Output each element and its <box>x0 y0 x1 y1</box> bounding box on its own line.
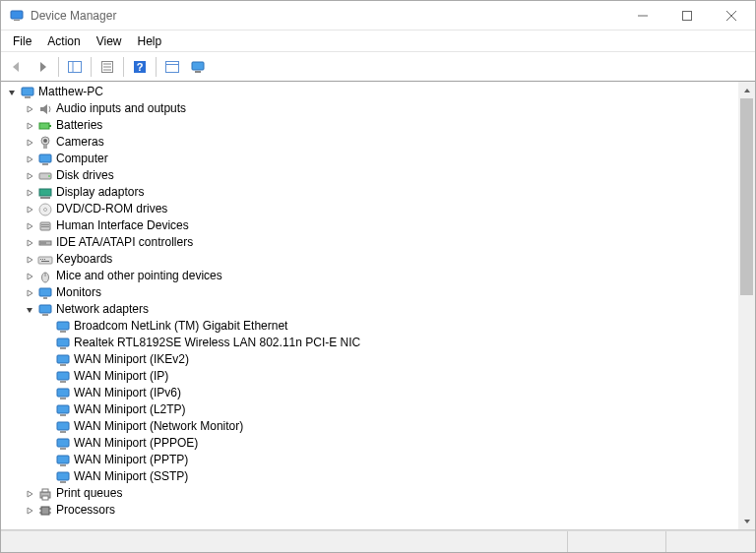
properties-button[interactable] <box>95 55 119 79</box>
svg-rect-40 <box>38 257 52 264</box>
menu-file[interactable]: File <box>5 32 39 50</box>
tree-item-cat-12[interactable]: Network adapters <box>5 301 738 318</box>
expand-icon[interactable] <box>23 270 36 283</box>
tree-item-label: Matthew-PC <box>38 84 103 100</box>
menu-help[interactable]: Help <box>130 32 170 50</box>
toolbar-separator <box>123 57 124 77</box>
tree-item-cat-8[interactable]: IDE ATA/ATAPI controllers <box>5 234 738 251</box>
device-tree[interactable]: Matthew-PCAudio inputs and outputsBatter… <box>1 82 738 529</box>
expand-icon[interactable] <box>23 504 36 518</box>
tree-item-cat-12-child-8[interactable]: WAN Miniport (PPTP) <box>5 452 738 468</box>
netcard-icon <box>55 436 71 452</box>
menu-view[interactable]: View <box>89 32 130 50</box>
tree-item-cat-9[interactable]: Keyboards <box>5 251 738 268</box>
tree-item-label: Processors <box>56 502 115 519</box>
tree-item-cat-12-child-5[interactable]: WAN Miniport (L2TP) <box>5 401 738 418</box>
tree-item-cat-12-child-2[interactable]: WAN Miniport (IKEv2) <box>5 351 738 368</box>
svg-rect-51 <box>57 322 69 330</box>
expand-icon[interactable] <box>23 169 36 183</box>
audio-icon <box>37 101 53 117</box>
expand-icon[interactable] <box>23 286 36 300</box>
tree-item-cat-11[interactable]: Monitors <box>5 284 738 301</box>
tree-item-cat-5[interactable]: Display adaptors <box>5 184 738 201</box>
tree-item-label: WAN Miniport (IPv6) <box>74 385 181 401</box>
tree-item-cat-4[interactable]: Disk drives <box>5 167 738 184</box>
statusbar <box>1 530 755 552</box>
collapse-icon[interactable] <box>23 303 36 317</box>
cpu-icon <box>37 503 53 519</box>
maximize-button[interactable] <box>664 1 709 30</box>
svg-rect-69 <box>57 472 69 480</box>
tree-item-label: Batteries <box>56 117 102 134</box>
help-button[interactable]: ? <box>128 55 152 79</box>
minimize-button[interactable] <box>620 1 664 30</box>
netcard-icon <box>55 352 71 368</box>
show-hide-tree-button[interactable] <box>63 55 87 79</box>
svg-rect-34 <box>41 224 49 225</box>
svg-rect-43 <box>44 259 45 260</box>
expand-icon[interactable] <box>23 186 36 200</box>
expand-icon[interactable] <box>23 119 36 133</box>
tree-item-cat-10[interactable]: Mice and other pointing devices <box>5 268 738 284</box>
tree-item-label: Human Interface Devices <box>56 217 189 234</box>
close-button[interactable] <box>709 1 753 30</box>
tree-item-label: WAN Miniport (L2TP) <box>74 401 186 418</box>
tree-item-cat-12-child-0[interactable]: Broadcom NetLink (TM) Gigabit Ethernet <box>5 318 738 335</box>
ide-icon <box>37 235 53 251</box>
battery-icon <box>37 118 53 134</box>
expand-icon[interactable] <box>23 219 36 233</box>
app-icon <box>9 8 25 24</box>
svg-rect-47 <box>39 288 51 296</box>
svg-rect-35 <box>41 226 49 227</box>
tree-item-cat-1[interactable]: Batteries <box>5 117 738 134</box>
svg-rect-42 <box>42 259 43 260</box>
svg-rect-24 <box>43 145 47 149</box>
monitor-icon <box>37 285 53 301</box>
tree-item-cat-12-child-3[interactable]: WAN Miniport (IP) <box>5 368 738 385</box>
forward-button[interactable] <box>31 55 54 79</box>
vertical-scrollbar[interactable] <box>738 82 755 529</box>
monitor-button[interactable] <box>186 55 210 79</box>
tree-item-cat-7[interactable]: Human Interface Devices <box>5 217 738 234</box>
tree-item-root[interactable]: Matthew-PC <box>5 84 738 100</box>
svg-point-28 <box>48 175 50 177</box>
tree-item-cat-0[interactable]: Audio inputs and outputs <box>5 100 738 117</box>
scroll-track[interactable] <box>738 98 755 513</box>
collapse-icon[interactable] <box>5 86 19 99</box>
tree-item-cat-12-child-1[interactable]: Realtek RTL8192SE Wireless LAN 802.11n P… <box>5 335 738 351</box>
tree-item-label: WAN Miniport (Network Monitor) <box>74 418 243 435</box>
scan-hardware-button[interactable] <box>160 55 184 79</box>
scroll-up-button[interactable] <box>738 82 755 98</box>
tree-item-cat-12-child-7[interactable]: WAN Miniport (PPPOE) <box>5 435 738 452</box>
scroll-down-button[interactable] <box>738 513 755 529</box>
tree-item-cat-2[interactable]: Cameras <box>5 134 738 151</box>
expand-icon[interactable] <box>23 253 36 267</box>
svg-rect-73 <box>42 496 48 500</box>
expand-icon[interactable] <box>23 136 36 150</box>
back-button[interactable] <box>5 55 29 79</box>
network-icon <box>37 302 53 318</box>
svg-point-39 <box>44 242 45 243</box>
svg-rect-21 <box>49 125 51 127</box>
svg-rect-52 <box>60 331 66 333</box>
scroll-thumb[interactable] <box>740 98 753 295</box>
tree-item-cat-12-child-6[interactable]: WAN Miniport (Network Monitor) <box>5 418 738 435</box>
tree-item-label: Mice and other pointing devices <box>56 268 222 284</box>
expand-icon[interactable] <box>23 236 36 250</box>
tree-item-label: WAN Miniport (PPPOE) <box>74 435 198 452</box>
tree-item-cat-12-child-4[interactable]: WAN Miniport (IPv6) <box>5 385 738 401</box>
svg-rect-63 <box>57 422 69 430</box>
expand-icon[interactable] <box>23 153 36 166</box>
tree-item-cat-14[interactable]: Processors <box>5 502 738 519</box>
expand-icon[interactable] <box>23 102 36 116</box>
expand-icon[interactable] <box>23 487 36 501</box>
tree-item-cat-13[interactable]: Print queues <box>5 485 738 502</box>
svg-rect-20 <box>39 123 49 129</box>
menu-action[interactable]: Action <box>39 32 88 50</box>
tree-item-cat-12-child-9[interactable]: WAN Miniport (SSTP) <box>5 468 738 485</box>
tree-item-cat-6[interactable]: DVD/CD-ROM drives <box>5 201 738 217</box>
svg-rect-26 <box>42 163 48 165</box>
expand-icon[interactable] <box>23 203 36 216</box>
titlebar[interactable]: Device Manager <box>1 1 755 31</box>
tree-item-cat-3[interactable]: Computer <box>5 151 738 167</box>
